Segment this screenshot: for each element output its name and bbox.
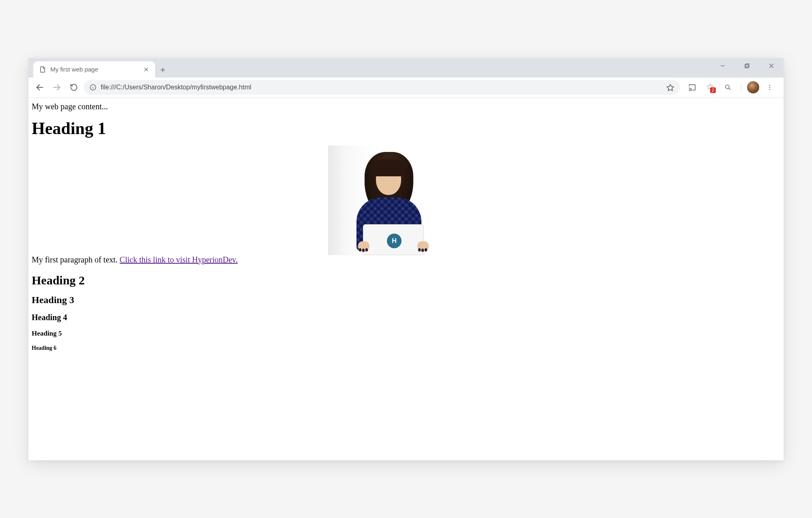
file-icon xyxy=(39,66,46,73)
profile-avatar[interactable] xyxy=(747,81,759,93)
toolbar: file:///C:/Users/Sharon/Desktop/myfirstw… xyxy=(28,78,784,98)
heading-4: Heading 4 xyxy=(32,313,780,322)
menu-icon[interactable] xyxy=(762,80,777,95)
heading-1: Heading 1 xyxy=(32,119,780,138)
svg-line-17 xyxy=(729,88,730,90)
close-window-button[interactable] xyxy=(759,58,784,74)
laptop-logo-icon: H xyxy=(387,234,402,248)
svg-point-16 xyxy=(726,85,729,89)
svg-marker-14 xyxy=(667,85,674,91)
maximize-button[interactable] xyxy=(735,58,759,74)
hyperiondev-link[interactable]: Click this link to visit HyperionDev. xyxy=(120,255,238,264)
svg-rect-6 xyxy=(746,64,749,67)
url-text: file:///C:/Users/Sharon/Desktop/myfirstw… xyxy=(101,84,662,91)
reload-button[interactable] xyxy=(67,80,81,95)
page-content: My web page content... Heading 1 H xyxy=(28,98,784,460)
forward-button[interactable] xyxy=(50,80,64,95)
content-image: H xyxy=(328,145,450,255)
bookmark-star-icon[interactable] xyxy=(666,83,674,91)
address-bar[interactable]: file:///C:/Users/Sharon/Desktop/myfirstw… xyxy=(84,80,680,95)
browser-window: My first web page xyxy=(28,58,784,460)
extension-badge: 2 xyxy=(710,87,716,93)
search-icon[interactable] xyxy=(721,80,735,95)
site-info-icon[interactable] xyxy=(89,84,97,91)
separator xyxy=(741,82,741,92)
heading-5: Heading 5 xyxy=(32,329,780,338)
heading-2: Heading 2 xyxy=(32,273,780,287)
extension-icon[interactable]: 2 xyxy=(703,80,717,95)
svg-point-15 xyxy=(689,91,690,91)
new-tab-button[interactable] xyxy=(155,62,171,78)
window-controls xyxy=(710,58,784,78)
svg-point-19 xyxy=(769,87,770,88)
toolbar-right-icons: 2 xyxy=(682,80,780,95)
tab-bar: My first web page xyxy=(28,58,784,78)
svg-point-20 xyxy=(769,89,770,90)
svg-point-18 xyxy=(769,85,770,86)
minimize-button[interactable] xyxy=(710,58,735,74)
close-tab-icon[interactable] xyxy=(143,66,149,73)
paragraph-text: My first paragraph of text. xyxy=(32,255,120,264)
intro-text: My web page content... xyxy=(32,102,780,111)
svg-rect-5 xyxy=(745,65,748,68)
browser-tab[interactable]: My first web page xyxy=(33,61,155,78)
back-button[interactable] xyxy=(32,80,47,95)
paragraph-with-image: H My first paragraph of text. Click xyxy=(32,145,780,264)
tab-title: My first web page xyxy=(50,66,139,73)
heading-3: Heading 3 xyxy=(32,295,780,306)
heading-6: Heading 6 xyxy=(32,345,780,351)
address-bar-wrap: file:///C:/Users/Sharon/Desktop/myfirstw… xyxy=(84,80,680,95)
cast-icon[interactable] xyxy=(685,80,700,95)
